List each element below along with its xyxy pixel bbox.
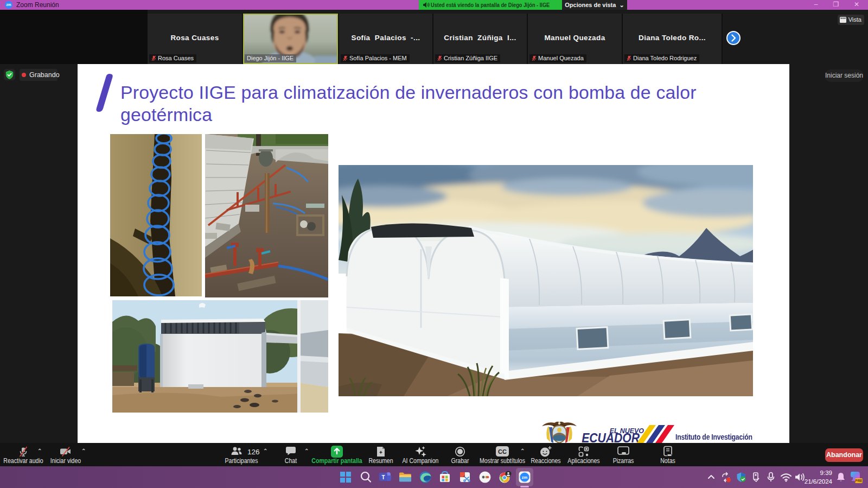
svg-text:T: T [381,474,385,480]
svg-text:PRE: PRE [855,479,863,483]
svg-text:zm: zm [522,475,528,480]
svg-text:CC: CC [498,448,507,455]
svg-text:ECUADOR: ECUADOR [582,431,640,443]
